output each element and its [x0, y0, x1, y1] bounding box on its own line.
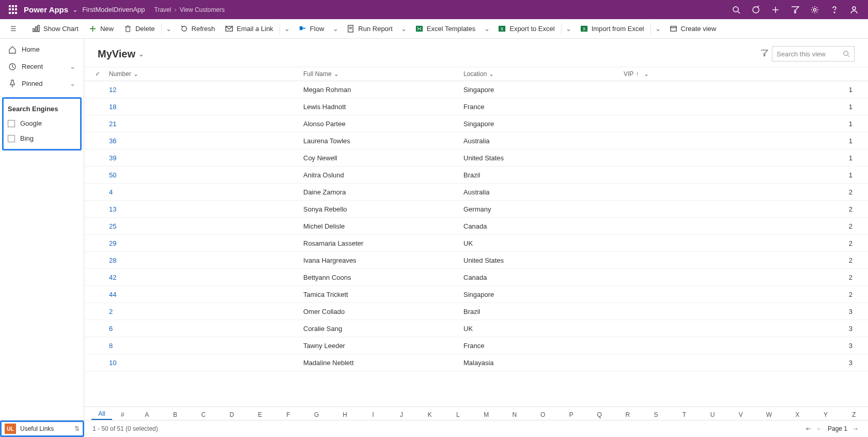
cell-number[interactable]: 25 — [104, 222, 298, 230]
nav-bing[interactable]: Bing — [4, 131, 80, 146]
view-chevron-icon[interactable]: ⌄ — [138, 50, 144, 58]
table-row[interactable]: 36Laurena TowlesAustralia1 — [84, 132, 868, 149]
col-location[interactable]: Location⌄ — [458, 70, 618, 78]
alpha-M[interactable]: M — [472, 411, 501, 420]
cell-number[interactable]: 28 — [104, 257, 298, 264]
alpha-J[interactable]: J — [388, 411, 416, 420]
alpha-E[interactable]: E — [246, 411, 274, 420]
app-name[interactable]: FirstModelDrivenApp — [82, 6, 145, 13]
alpha-W[interactable]: W — [755, 411, 783, 420]
cell-number[interactable]: 39 — [104, 154, 298, 162]
email-split-icon[interactable]: ⌄ — [281, 25, 293, 33]
alpha-A[interactable]: A — [133, 411, 161, 420]
nav-google[interactable]: Google — [4, 116, 80, 131]
global-search-icon[interactable] — [726, 0, 746, 19]
email-link-button[interactable]: Email a Link — [220, 19, 278, 38]
show-chart-button[interactable]: Show Chart — [27, 19, 84, 38]
help-icon[interactable] — [825, 0, 844, 19]
nav-home[interactable]: Home — [0, 41, 84, 58]
brand-chevron-icon[interactable]: ⌄ — [72, 6, 78, 13]
alpha-Q[interactable]: Q — [585, 411, 614, 420]
nav-recent[interactable]: Recent ⌄ — [0, 58, 84, 75]
alpha-V[interactable]: V — [726, 411, 755, 420]
first-page-icon[interactable]: ⇤ — [806, 425, 811, 432]
cell-number[interactable]: 2 — [104, 308, 298, 315]
alpha-Z[interactable]: Z — [840, 411, 868, 420]
cell-number[interactable]: 44 — [104, 291, 298, 298]
alpha-U[interactable]: U — [699, 411, 727, 420]
nav-pinned[interactable]: Pinned ⌄ — [0, 75, 84, 92]
open-filter-icon[interactable] — [756, 49, 772, 58]
brand-label[interactable]: Power Apps — [24, 5, 68, 14]
cell-number[interactable]: 10 — [104, 359, 298, 367]
alpha-T[interactable]: T — [670, 411, 699, 420]
excel-templates-button[interactable]: Excel Templates — [410, 19, 481, 38]
alpha-R[interactable]: R — [613, 411, 642, 420]
table-row[interactable]: 39Coy NewellUnited States1 — [84, 149, 868, 167]
alpha-K[interactable]: K — [415, 411, 444, 420]
cell-number[interactable]: 36 — [104, 137, 298, 145]
cell-number[interactable]: 18 — [104, 103, 298, 111]
cell-number[interactable]: 42 — [104, 274, 298, 281]
alpha-G[interactable]: G — [302, 411, 331, 420]
delete-button[interactable]: Delete — [119, 19, 160, 38]
alpha-B[interactable]: B — [161, 411, 190, 420]
alpha-P[interactable]: P — [557, 411, 585, 420]
flow-split-icon[interactable]: ⌄ — [329, 25, 342, 33]
table-row[interactable]: 50Anitra OslundBrazil1 — [84, 167, 868, 184]
area-switcher[interactable]: UL Useful Links ⇅ — [0, 420, 84, 437]
col-vip[interactable]: VIP↑⌄ — [618, 70, 868, 78]
cell-number[interactable]: 29 — [104, 239, 298, 247]
cell-number[interactable]: 21 — [104, 120, 298, 128]
excel-templates-split-icon[interactable]: ⌄ — [481, 25, 493, 33]
import-excel-button[interactable]: X Import from Excel — [575, 19, 649, 38]
table-row[interactable]: 12Megan RohmanSingapore1 — [84, 81, 868, 98]
alpha-I[interactable]: I — [359, 411, 388, 420]
alpha-D[interactable]: D — [218, 411, 246, 420]
alpha-C[interactable]: C — [189, 411, 218, 420]
alpha-O[interactable]: O — [529, 411, 557, 420]
alpha-H[interactable]: H — [331, 411, 359, 420]
export-split-icon[interactable]: ⌄ — [563, 25, 575, 33]
app-launcher-icon[interactable] — [8, 5, 19, 15]
cell-number[interactable]: 12 — [104, 86, 298, 94]
add-icon[interactable] — [766, 0, 785, 19]
alpha-N[interactable]: N — [501, 411, 529, 420]
refresh-button[interactable]: Refresh — [175, 19, 221, 38]
alpha-hash[interactable]: # — [112, 411, 133, 420]
table-row[interactable]: 28Ivana HargreavesUnited States2 — [84, 252, 868, 269]
col-fullname[interactable]: Full Name⌄ — [298, 70, 458, 78]
table-row[interactable]: 13Sonya RebelloGermany2 — [84, 201, 868, 218]
table-row[interactable]: 29Rosamaria LasseterUK2 — [84, 235, 868, 252]
table-row[interactable]: 4Daine ZamoraAustralia2 — [84, 184, 868, 201]
breadcrumb-area[interactable]: Travel — [154, 6, 172, 13]
table-row[interactable]: 8Tawny LeederFrance3 — [84, 337, 868, 354]
select-all-checkbox[interactable]: ✓ — [91, 70, 104, 78]
col-number[interactable]: Number⌄ — [104, 70, 298, 78]
import-split-icon[interactable]: ⌄ — [652, 25, 664, 33]
alpha-S[interactable]: S — [642, 411, 670, 420]
create-view-button[interactable]: Create view — [664, 19, 722, 38]
alpha-X[interactable]: X — [783, 411, 812, 420]
view-selector[interactable]: MyView — [98, 48, 135, 60]
sitemap-toggle-icon[interactable]: ☰ — [4, 25, 23, 33]
settings-gear-icon[interactable] — [805, 0, 825, 19]
filter-icon[interactable] — [785, 0, 805, 19]
task-recorder-icon[interactable] — [746, 0, 766, 19]
table-row[interactable]: 10Madaline NeblettMalayasia3 — [84, 354, 868, 371]
export-excel-button[interactable]: X Export to Excel — [493, 19, 560, 38]
account-icon[interactable] — [844, 0, 864, 19]
quick-find-input[interactable]: Search this view — [772, 46, 855, 62]
run-report-split-icon[interactable]: ⌄ — [398, 25, 410, 33]
table-row[interactable]: 21Alonso ParteeSingapore1 — [84, 115, 868, 132]
table-row[interactable]: 6Coralie SangUK3 — [84, 320, 868, 337]
alpha-Y[interactable]: Y — [812, 411, 840, 420]
prev-page-icon[interactable]: ← — [816, 425, 823, 432]
flow-button[interactable]: Flow — [293, 19, 329, 38]
table-row[interactable]: 42Bettyann CoonsCanada2 — [84, 269, 868, 286]
new-button[interactable]: New — [84, 19, 119, 38]
table-row[interactable]: 25Michel DelisleCanada2 — [84, 218, 868, 235]
table-row[interactable]: 2Omer ColladoBrazil3 — [84, 303, 868, 320]
next-page-icon[interactable]: → — [853, 425, 859, 432]
delete-split-icon[interactable]: ⌄ — [163, 25, 175, 33]
